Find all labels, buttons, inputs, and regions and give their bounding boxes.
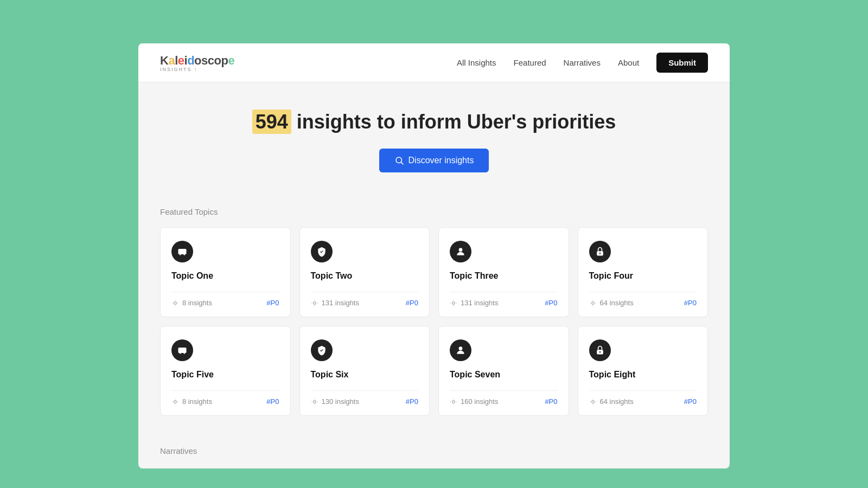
topic-tag[interactable]: #P0 <box>684 299 697 307</box>
svg-point-17 <box>184 352 186 354</box>
svg-point-3 <box>180 254 181 255</box>
topic-card-topic-one[interactable]: Topic One 8 insights #P0 <box>160 227 291 317</box>
topic-card-topic-six[interactable]: Topic Six 130 insights #P0 <box>299 326 430 416</box>
nav-featured[interactable]: Featured <box>514 58 546 67</box>
insights-count-label: 131 insights <box>322 299 359 307</box>
topic-name: Topic Six <box>311 370 419 388</box>
topic-footer: 8 insights #P0 <box>171 292 279 307</box>
topic-icon-lock <box>589 241 611 262</box>
topic-icon-bus <box>171 241 193 262</box>
insights-count-icon <box>171 299 179 307</box>
svg-rect-6 <box>181 249 181 251</box>
topic-tag[interactable]: #P0 <box>545 299 557 307</box>
topic-footer: 131 insights #P0 <box>450 292 558 307</box>
insights-count-label: 64 insights <box>600 299 634 307</box>
insights-count-icon <box>311 398 318 406</box>
topic-footer: 8 insights #P0 <box>171 390 279 406</box>
topic-name: Topic Seven <box>450 370 558 388</box>
topic-insights-count: 131 insights <box>450 299 498 307</box>
svg-rect-19 <box>181 348 181 349</box>
topic-insights-count: 64 insights <box>589 397 634 406</box>
nav-all-insights[interactable]: All Insights <box>457 58 496 67</box>
topic-card-topic-three[interactable]: Topic Three 131 insights #P0 <box>438 227 569 317</box>
discover-insights-button[interactable]: Discover insights <box>379 149 489 172</box>
nav-about[interactable]: About <box>618 58 639 67</box>
topic-insights-count: 130 insights <box>311 397 359 406</box>
topic-card-topic-four[interactable]: Topic Four 64 insights #P0 <box>578 227 709 317</box>
svg-rect-2 <box>178 249 187 254</box>
svg-point-0 <box>396 157 402 163</box>
logo-text: Kaleidoscope <box>160 54 234 68</box>
logo: Kaleidoscope INSIGHTS ↑ <box>160 54 234 72</box>
insights-count-label: 8 insights <box>182 397 212 406</box>
topic-footer: 130 insights #P0 <box>311 390 419 406</box>
insights-count-label: 131 insights <box>461 299 498 307</box>
insights-count-label: 160 insights <box>461 397 498 406</box>
svg-rect-5 <box>178 251 187 251</box>
svg-rect-7 <box>184 249 184 251</box>
topic-name: Topic Five <box>171 370 279 388</box>
discover-btn-label: Discover insights <box>409 156 474 165</box>
submit-button[interactable]: Submit <box>656 53 708 73</box>
topic-card-topic-seven[interactable]: Topic Seven 160 insights #P0 <box>438 326 569 416</box>
topic-tag[interactable]: #P0 <box>266 397 279 406</box>
insights-count-icon <box>450 299 457 307</box>
svg-rect-20 <box>184 348 184 349</box>
topic-tag[interactable]: #P0 <box>266 299 279 307</box>
insights-count: 594 <box>252 110 291 134</box>
svg-point-8 <box>174 301 177 304</box>
narratives-title: Narratives <box>160 433 708 455</box>
svg-point-26 <box>599 351 601 353</box>
svg-point-11 <box>452 301 455 304</box>
topic-icon-shield <box>311 339 333 361</box>
svg-rect-18 <box>178 349 187 350</box>
topic-tag[interactable]: #P0 <box>406 397 418 406</box>
topic-footer: 64 insights #P0 <box>589 390 697 406</box>
topic-insights-count: 8 insights <box>171 397 212 406</box>
nav-narratives[interactable]: Narratives <box>564 58 601 67</box>
topic-card-topic-two[interactable]: Topic Two 131 insights #P0 <box>299 227 430 317</box>
topic-name: Topic One <box>171 271 279 290</box>
svg-point-4 <box>184 254 186 255</box>
insights-count-icon <box>589 299 597 307</box>
topic-footer: 131 insights #P0 <box>311 292 419 307</box>
hero-title: 594 insights to inform Uber's priorities <box>160 111 708 133</box>
insights-count-icon <box>589 398 597 406</box>
svg-point-16 <box>180 352 181 354</box>
svg-point-27 <box>591 400 594 403</box>
topic-name: Topic Four <box>589 271 697 290</box>
svg-point-21 <box>174 400 177 403</box>
insights-count-icon <box>171 398 179 406</box>
topic-tag[interactable]: #P0 <box>684 397 697 406</box>
topic-footer: 64 insights #P0 <box>589 292 697 307</box>
svg-rect-15 <box>178 348 187 353</box>
topics-grid: Topic One 8 insights #P0 Topic Two 131 i… <box>160 227 708 416</box>
insights-count-icon <box>450 398 457 406</box>
topic-insights-count: 8 insights <box>171 299 212 307</box>
navbar: Kaleidoscope INSIGHTS ↑ All Insights Fea… <box>138 43 730 82</box>
topic-name: Topic Eight <box>589 370 697 388</box>
featured-topics-title: Featured Topics <box>160 194 708 216</box>
svg-point-24 <box>452 400 455 403</box>
svg-point-13 <box>599 253 601 254</box>
topic-icon-person <box>450 241 471 262</box>
svg-point-14 <box>591 301 594 304</box>
narratives-section: Narratives <box>138 433 730 468</box>
topic-tag[interactable]: #P0 <box>545 397 557 406</box>
topic-icon-lock <box>589 339 611 361</box>
logo-subtitle: INSIGHTS ↑ <box>160 67 198 72</box>
svg-point-22 <box>313 400 316 403</box>
topic-card-topic-eight[interactable]: Topic Eight 64 insights #P0 <box>578 326 709 416</box>
hero-section: 594 insights to inform Uber's priorities… <box>138 82 730 194</box>
topic-icon-person <box>450 339 471 361</box>
topic-card-topic-five[interactable]: Topic Five 8 insights #P0 <box>160 326 291 416</box>
topic-name: Topic Three <box>450 271 558 290</box>
nav-links: All Insights Featured Narratives About S… <box>457 53 708 73</box>
topic-insights-count: 131 insights <box>311 299 359 307</box>
svg-point-23 <box>459 346 463 350</box>
topic-insights-count: 64 insights <box>589 299 634 307</box>
topic-icon-shield <box>311 241 333 262</box>
topic-insights-count: 160 insights <box>450 397 498 406</box>
topic-tag[interactable]: #P0 <box>406 299 418 307</box>
main-container: Kaleidoscope INSIGHTS ↑ All Insights Fea… <box>138 43 730 468</box>
